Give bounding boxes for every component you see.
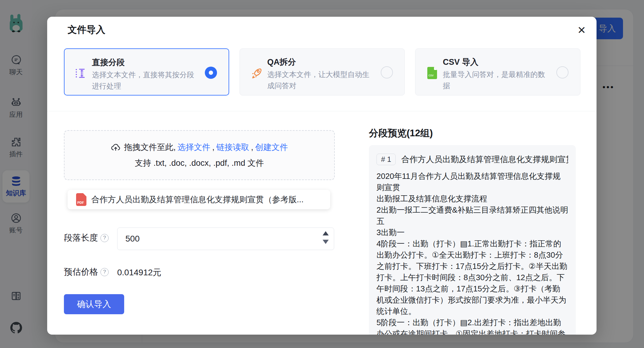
- separator: ,: [251, 143, 254, 152]
- supported-formats-text: 支持 .txt, .doc, .docx, .pdf, .md 文件: [135, 158, 264, 169]
- paragraph-length-label: 段落长度 ?: [64, 232, 109, 244]
- segment-index-chip: # 1: [376, 154, 396, 165]
- paragraph-length-text: 段落长度: [64, 232, 98, 244]
- segment-preview-head: # 1 合作方人员出勤及结算管理信息化支撑规则宣贯...: [376, 154, 568, 165]
- segment-preview-title: 分段预览(12组): [369, 127, 433, 140]
- mode-title: QA拆分: [267, 57, 296, 68]
- mode-desc: 批量导入问答对，是最精准的数据: [443, 69, 549, 91]
- mode-title: CSV 导入: [443, 57, 478, 68]
- mode-desc: 选择文本文件，直接将其按分段进行处理: [92, 69, 198, 92]
- mode-card-direct-segment[interactable]: 直接分段 选择文本文件，直接将其按分段进行处理: [64, 48, 229, 96]
- modal-section-divider: [47, 111, 597, 111]
- mode-title: 直接分段: [92, 57, 125, 68]
- mode-card-csv-import[interactable]: csv CSV 导入 批量导入问答对，是最精准的数据: [415, 48, 580, 96]
- link-read-link[interactable]: 链接读取: [216, 142, 249, 153]
- uploaded-file-chip[interactable]: PDF 合作方人员出勤及结算管理信息化支撑规则宣贯（参考版...: [68, 190, 330, 209]
- confirm-import-button[interactable]: 确认导入: [64, 294, 124, 314]
- drag-text: 拖拽文件至此,: [124, 142, 176, 153]
- svg-text:csv: csv: [429, 73, 434, 77]
- mode-card-qa-split[interactable]: QA拆分 选择文本文件，让大模型自动生成问答对: [240, 48, 405, 96]
- file-import-modal: 文件导入 ✕ 直接分段 选择文本文件，直接将其按分段进行处理: [47, 17, 597, 335]
- segment-body-text[interactable]: 2020年11月合作方人员出勤及结算管理信息化支撑规则宣贯 出勤报工及结算信息化…: [376, 171, 568, 335]
- segment-icon: [75, 67, 88, 80]
- select-file-link[interactable]: 选择文件: [177, 142, 210, 153]
- file-dropzone[interactable]: 拖拽文件至此, 选择文件, 链接读取, 创建文件 支持 .txt, .doc, …: [64, 130, 335, 180]
- segment-preview-card: # 1 合作方人员出勤及结算管理信息化支撑规则宣贯... 2020年11月合作方…: [369, 145, 576, 335]
- pdf-file-icon: PDF: [76, 193, 86, 206]
- stepper-up-icon[interactable]: [323, 231, 329, 235]
- rocket-icon: [250, 66, 263, 80]
- close-icon[interactable]: ✕: [574, 22, 590, 38]
- radio-selected-icon[interactable]: [205, 67, 217, 79]
- dropzone-line1: 拖拽文件至此, 选择文件, 链接读取, 创建文件: [111, 142, 288, 153]
- number-stepper: [321, 231, 330, 247]
- estimated-price-text: 预估价格: [64, 266, 98, 278]
- estimated-price-value: 0.014912元: [117, 267, 161, 278]
- pdf-badge-label: PDF: [77, 201, 84, 204]
- radio-unselected-icon[interactable]: [381, 66, 393, 78]
- mode-desc: 选择文本文件，让大模型自动生成问答对: [267, 69, 374, 91]
- screen: 聊天 应用 插件 知识库: [0, 0, 644, 348]
- paragraph-length-input[interactable]: [117, 228, 334, 250]
- estimated-price-label: 预估价格 ?: [64, 266, 109, 278]
- uploaded-file-name: 合作方人员出勤及结算管理信息化支撑规则宣贯（参考版...: [91, 194, 304, 205]
- help-icon[interactable]: ?: [100, 234, 109, 242]
- segment-item-title: 合作方人员出勤及结算管理信息化支撑规则宣贯...: [401, 154, 568, 165]
- create-file-link[interactable]: 创建文件: [255, 142, 288, 153]
- csv-file-icon: csv: [425, 66, 439, 80]
- separator: ,: [212, 143, 215, 152]
- stepper-down-icon[interactable]: [323, 240, 329, 244]
- modal-title: 文件导入: [68, 23, 105, 36]
- help-icon[interactable]: ?: [100, 268, 109, 276]
- cloud-upload-icon: [111, 142, 121, 152]
- radio-unselected-icon[interactable]: [556, 66, 569, 78]
